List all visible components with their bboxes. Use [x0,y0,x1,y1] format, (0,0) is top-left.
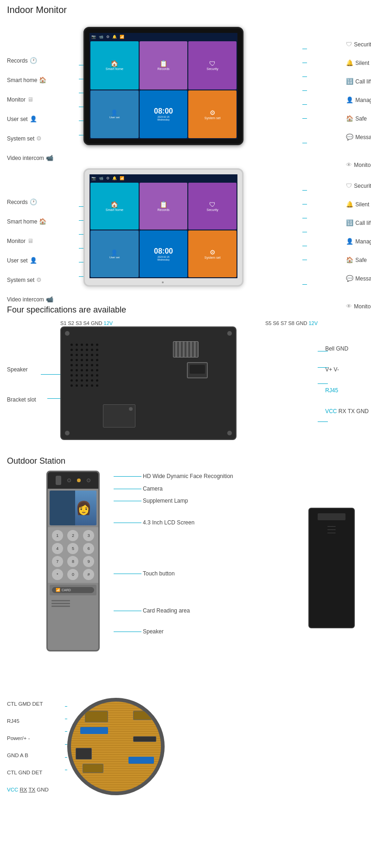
label-bracket-slot: Bracket slot [7,396,36,403]
label-touch-button: Touch button [114,570,175,577]
circuit-section: CTL GMD DET RJ45 Power/+ - GND A B CTL G… [7,693,369,800]
speaker-area [70,344,100,388]
label-speaker-outdoor: Speaker [114,628,164,635]
key-4[interactable]: 4 [52,543,63,554]
key-star[interactable]: * [52,569,63,580]
systemset-text-d1: System set [7,135,34,142]
silent-text-d1: Silent [355,60,369,66]
userset-icon-d1: 👤 [30,115,37,122]
conn-monitor-d1 [79,93,83,93]
conn-speaker-spec [41,374,60,375]
label-vplus-vminus: V+ V- [325,366,369,373]
screen-status-bar: 📷 📹 ⚙ 🔔 📶 [90,33,237,40]
systemset-icon-d2: ⚙ [36,276,42,283]
key-3[interactable]: 3 [83,530,94,541]
page-root: Indoor Monitor Records 🕐 Smart home 🏠 Mo… [0,0,371,814]
tile-records-w: 📋Records [140,183,188,230]
key-6[interactable]: 6 [83,543,94,554]
label-rj45-circuit: RJ45 [7,717,49,724]
key-2[interactable]: 2 [67,530,78,541]
circuit-wire-2 [128,757,154,764]
screen-tiles-grid-w: 🏠Smart home 📋Records 🛡Security 👤User set [90,182,237,278]
circuit-comp-3 [83,764,103,773]
outdoor-station-title: Outdoor Station [7,456,364,466]
calllift-text-d2: Call lift [355,220,371,226]
right-labels-d1: 🛡 Security 🔔 Silent 🔢 Call lift 👤 Manage… [346,41,371,168]
security-text-d2: Security [354,183,371,189]
message-text-d1: Message [355,134,371,140]
key-hash[interactable]: # [83,569,94,580]
records-text-d2: Records [7,199,28,205]
label-manager-d2: 👤 Manager [346,238,371,245]
supplement-lamp [77,479,81,482]
circuit-chip-2 [76,748,92,760]
label-ctl-gmd-det: CTL GMD DET [7,700,49,707]
circuit-chip-1 [133,736,156,742]
label-supplement-lamp: Supplement Lamp [114,498,188,504]
speaker-outdoor [48,597,98,610]
conn-systemset-d2 [79,262,83,262]
specs-section: Four specifications are available [7,305,364,447]
label-s5-s8: S5 S6 S7 S8 GND 12V [265,319,318,326]
screen-tiles-grid: 🏠 Smart home 📋 Records 🛡 Security � [90,40,237,139]
conn-power-circuit [65,731,67,732]
lcd-screen-outdoor: 👩 [50,491,96,525]
monitor-frame-black: 📷 📹 ⚙ 🔔 📶 🏠 Smart home 📋 [83,27,243,145]
key-1[interactable]: 1 [52,530,63,541]
specs-left-labels: Speaker Bracket slot [7,366,36,403]
screw-br [227,431,232,435]
label-records-d1: Records 🕐 [7,57,53,64]
monitor-text-d1: Monitor [7,96,26,103]
videointercom-icon-d2: 📹 [46,296,53,303]
userset-icon-d2: 👤 [30,257,37,264]
key-8[interactable]: 8 [67,556,78,567]
message-icon-d2: 💬 [346,275,353,282]
circuit-wire-1 [80,727,108,734]
monitor-text-d2: Monitor [7,238,26,244]
videointercom-text-d2: Video intercom [7,296,44,303]
records-icon-d1: 🕐 [30,57,37,64]
label-security-r-d1: 🛡 Security [346,41,371,48]
outdoor-device-wrapper: 👩 1 2 3 4 5 6 7 8 9 [46,471,104,651]
conn-calllift-d2 [302,218,307,218]
outdoor-panel-body: 👩 1 2 3 4 5 6 7 8 9 [46,471,100,651]
key-7[interactable]: 7 [52,556,63,567]
key-9[interactable]: 9 [83,556,94,567]
label-silent-d1: 🔔 Silent [346,59,371,66]
outdoor-main-layout: 👩 1 2 3 4 5 6 7 8 9 [7,471,369,689]
security-icon-d1: 🛡 [346,41,352,48]
left-labels-d1: Records 🕐 Smart home 🏠 Monitor 🖥 User se… [7,57,53,161]
label-calllift-d2: 🔢 Call lift [346,219,371,226]
key-5[interactable]: 5 [67,543,78,554]
camera-lens [67,479,71,482]
device-back-panel [60,326,237,440]
outdoor-station-section: Outdoor Station [7,456,364,800]
conn-manager-d2 [302,232,307,232]
label-calllift-d1: 🔢 Call lift [346,78,371,85]
rj45-port-specs [187,362,208,378]
label-message-d1: 💬 Message [346,134,371,140]
conn-records-d1 [79,65,83,65]
label-bell-gnd: Bell GND [325,345,369,352]
message-text-d2: Message [355,275,371,282]
tile-userset-w: 👤User set [90,230,139,277]
indicator-dot [162,281,164,283]
monitor-r-text-d2: Monitor [354,303,371,310]
silent-icon-d1: 🔔 [346,59,353,66]
conn-gnd-circuit [65,744,67,745]
videointercom-icon-d1: 📹 [46,154,53,161]
conn-bell-spec [318,351,328,351]
monitor-screen-black: 📷 📹 ⚙ 🔔 📶 🏠 Smart home 📋 [90,33,237,139]
smarthome-icon-d1: 🏠 [39,77,46,83]
label-lcd-screen: 4.3 Inch LCD Screen [114,519,194,526]
safe-text-d2: Safe [355,257,367,263]
label-videointercom-d2: Video intercom 📹 [7,296,53,303]
calllift-text-d1: Call lift [355,78,371,85]
conn-security-d2 [302,190,307,191]
security-icon-d2: 🛡 [346,182,352,189]
message-icon-d1: 💬 [346,134,353,140]
conn-safe-d1 [302,104,307,105]
conn-monitor-d2 [79,234,83,235]
conn-vcc-spec [318,421,328,422]
key-0[interactable]: 0 [67,569,78,580]
